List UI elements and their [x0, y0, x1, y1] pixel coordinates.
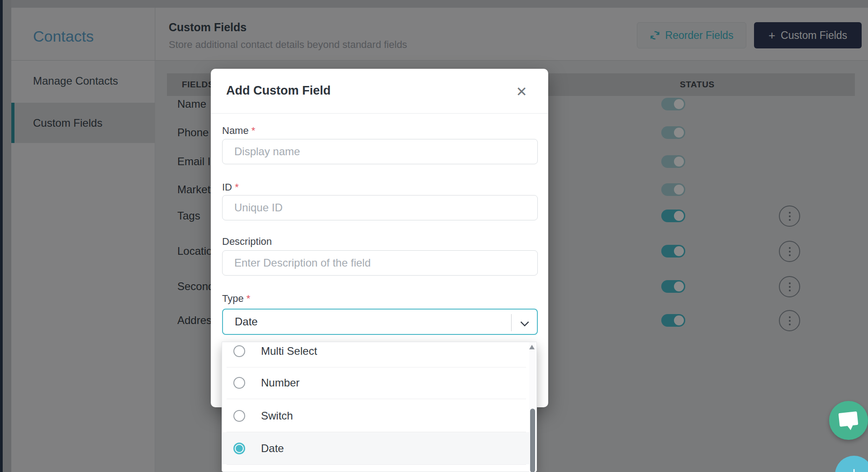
name-placeholder: Display name — [234, 145, 300, 158]
close-icon[interactable]: ✕ — [511, 81, 532, 102]
plus-icon: + — [835, 464, 868, 472]
type-option-number[interactable]: Number — [222, 367, 537, 399]
scroll-up-arrow-icon[interactable] — [529, 345, 535, 349]
radio-icon — [233, 410, 245, 422]
required-asterisk: * — [247, 293, 251, 304]
option-label: Switch — [261, 410, 293, 422]
type-option-date[interactable]: Date — [222, 432, 537, 465]
radio-icon — [233, 443, 245, 454]
type-field-label: Type * — [222, 293, 250, 305]
option-label: Date — [261, 442, 284, 455]
name-input[interactable]: Display name — [222, 139, 538, 164]
name-field-label: Name * — [222, 125, 255, 137]
chat-launcher-button[interactable] — [829, 401, 868, 440]
option-divider — [227, 399, 526, 399]
description-placeholder: Enter Description of the field — [234, 257, 371, 269]
modal-title: Add Custom Field — [226, 84, 331, 98]
option-label: Number — [261, 377, 299, 389]
chevron-down-icon — [520, 318, 529, 327]
type-option-multi-select[interactable]: Multi Select — [222, 335, 537, 367]
dropdown-scrollbar-thumb[interactable] — [530, 409, 535, 472]
type-select[interactable]: Date — [222, 309, 538, 335]
required-asterisk: * — [251, 125, 256, 136]
modal-header-divider — [211, 113, 548, 114]
type-select-value: Date — [235, 315, 258, 328]
type-option-switch[interactable]: Switch — [222, 400, 537, 432]
app-window: Contacts Manage Contacts Custom Fields C… — [0, 0, 868, 472]
radio-icon — [233, 377, 245, 389]
required-asterisk: * — [235, 181, 239, 193]
description-input[interactable]: Enter Description of the field — [222, 250, 538, 276]
id-field-label: ID * — [222, 181, 239, 193]
chat-bubble-icon — [839, 411, 859, 427]
id-input[interactable]: Unique ID — [222, 195, 538, 220]
radio-icon — [233, 345, 245, 357]
id-placeholder: Unique ID — [234, 201, 283, 214]
type-dropdown-menu: Multi SelectNumberSwitchDate — [222, 342, 537, 472]
select-divider — [511, 314, 512, 331]
description-field-label: Description — [222, 236, 272, 248]
option-divider — [227, 464, 526, 465]
option-label: Multi Select — [261, 345, 317, 358]
